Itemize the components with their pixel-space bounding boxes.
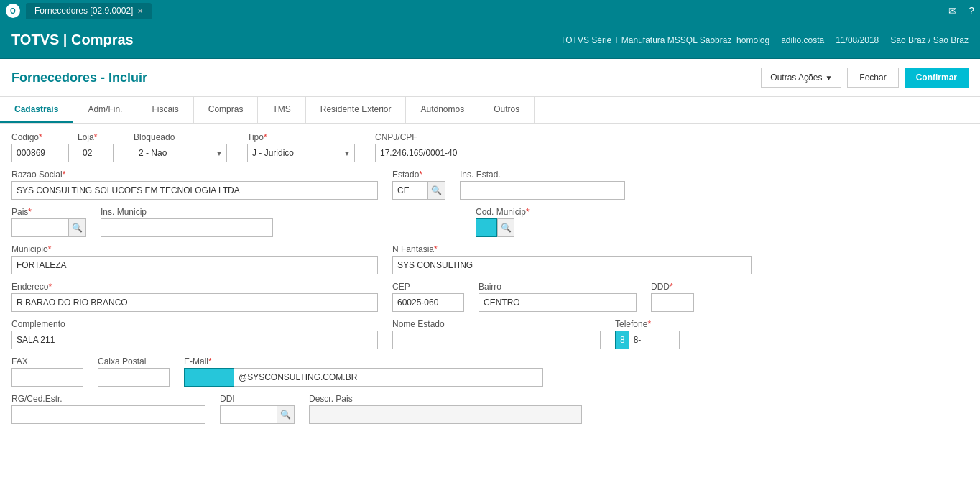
input-caixa-postal[interactable] [98, 368, 170, 387]
tab-compras-label: Compras [208, 104, 244, 114]
field-n-fantasia: N Fantasia* [392, 244, 752, 274]
label-email: E-Mail* [184, 356, 543, 366]
top-bar: O Fornecedores [02.9.0002] ✕ ✉ ? [0, 0, 980, 22]
pais-search-icon[interactable]: 🔍 [69, 218, 86, 237]
tab-residente-label: Residente Exterior [320, 104, 392, 114]
select-bloqueado-wrapper: 2 - Nao ▼ [134, 144, 227, 162]
estado-input-group: 🔍 [392, 181, 445, 200]
ddi-search-icon[interactable]: 🔍 [277, 405, 295, 424]
user-info: adilio.costa [781, 35, 824, 45]
field-ins-municip: Ins. Municip [101, 207, 273, 237]
location-info: Sao Braz / Sao Braz [890, 35, 969, 45]
field-tipo: Tipo* J - Juridico ▼ [247, 132, 355, 162]
form-row-7: FAX Caixa Postal E-Mail* [11, 356, 969, 387]
input-bairro[interactable] [479, 293, 637, 312]
label-nome-estado: Nome Estado [392, 319, 601, 329]
outras-acoes-arrow: ▼ [825, 74, 832, 82]
tab-compras[interactable]: Compras [194, 97, 259, 123]
page-header: Fornecedores - Incluir Outras Ações ▼ Fe… [0, 59, 980, 97]
label-tipo: Tipo* [247, 132, 355, 142]
tab-residente[interactable]: Residente Exterior [306, 97, 407, 123]
ddi-input-group: 🔍 [220, 405, 295, 424]
label-caixa-postal: Caixa Postal [98, 356, 170, 366]
label-razao: Razao Social* [11, 170, 378, 180]
input-cep[interactable] [392, 293, 464, 312]
outras-acoes-button[interactable]: Outras Ações ▼ [761, 68, 841, 88]
tab-cadastrais[interactable]: Cadastrais [0, 97, 73, 123]
input-loja[interactable] [78, 144, 114, 162]
label-n-fantasia: N Fantasia* [392, 244, 752, 254]
field-municipio: Municipio* [11, 244, 378, 274]
field-cep: CEP [392, 282, 464, 312]
input-ins-municip[interactable] [101, 218, 273, 237]
confirmar-label: Confirmar [916, 73, 957, 83]
input-ins-estad[interactable] [460, 181, 625, 200]
label-cnpj: CNPJ/CPF [375, 132, 504, 142]
label-ins-municip: Ins. Municip [101, 207, 273, 217]
label-cod-municip: Cod. Municip* [476, 207, 530, 217]
field-email: E-Mail* [184, 356, 543, 387]
field-cnpj: CNPJ/CPF [375, 132, 504, 162]
input-endereco[interactable] [11, 293, 378, 312]
input-municipio[interactable] [11, 256, 378, 274]
input-ddd[interactable] [651, 293, 694, 312]
input-telefone[interactable] [629, 331, 680, 349]
field-rg: RG/Ced.Estr. [11, 394, 205, 424]
input-pais[interactable] [11, 218, 69, 237]
form-row-3: Pais* 🔍 Ins. Municip Cod. Municip* 🔍 [11, 207, 969, 237]
field-pais: Pais* 🔍 [11, 207, 86, 237]
input-ddi[interactable] [220, 405, 277, 424]
input-rg[interactable] [11, 405, 205, 424]
fechar-label: Fechar [859, 73, 886, 83]
input-razao[interactable] [11, 181, 378, 200]
input-cnpj[interactable] [375, 144, 504, 162]
tab-label: Fornecedores [02.9.0002] [34, 6, 133, 16]
tab-tms-label: TMS [272, 104, 290, 114]
cod-municip-search-icon[interactable]: 🔍 [497, 218, 514, 237]
field-bairro: Bairro [479, 282, 637, 312]
help-icon[interactable]: ? [969, 5, 974, 17]
label-fax: FAX [11, 356, 83, 366]
tab-autonomos-label: Autônomos [420, 104, 464, 114]
confirmar-button[interactable]: Confirmar [905, 68, 969, 88]
outras-acoes-label: Outras Ações [770, 73, 822, 83]
app-header: TOTVS | Compras TOTVS Série T Manufatura… [0, 22, 980, 59]
label-endereco: Endereco* [11, 282, 378, 292]
page-title: Fornecedores - Incluir [11, 70, 147, 86]
field-razao: Razao Social* [11, 170, 378, 200]
mail-icon[interactable]: ✉ [948, 5, 957, 17]
form-row-6: Complemento Nome Estado Telefone* 8 [11, 319, 969, 349]
tab-adm-fin[interactable]: Adm/Fin. [73, 97, 137, 123]
input-n-fantasia[interactable] [392, 256, 752, 274]
estado-search-icon[interactable]: 🔍 [428, 181, 445, 200]
tab-fiscais[interactable]: Fiscais [137, 97, 193, 123]
field-endereco: Endereco* [11, 282, 378, 312]
input-codigo[interactable] [11, 144, 69, 162]
telefone-highlight: 8 [615, 331, 629, 349]
tab-cadastrais-label: Cadastrais [14, 104, 58, 114]
tab-outros-label: Outros [494, 104, 519, 114]
main-tab[interactable]: Fornecedores [02.9.0002] ✕ [26, 3, 152, 19]
form-row-2: Razao Social* Estado* 🔍 Ins. Estad. [11, 170, 969, 200]
form-row-4: Municipio* N Fantasia* [11, 244, 969, 274]
input-nome-estado[interactable] [392, 331, 601, 349]
input-email[interactable] [234, 368, 543, 387]
field-ddi: DDI 🔍 [220, 394, 295, 424]
input-estado[interactable] [392, 181, 428, 200]
input-complemento[interactable] [11, 331, 378, 349]
tabs-bar: Cadastrais Adm/Fin. Fiscais Compras TMS … [0, 97, 980, 124]
tab-outros[interactable]: Outros [479, 97, 535, 123]
label-descr-pais: Descr. Pais [309, 394, 582, 404]
fechar-button[interactable]: Fechar [847, 68, 898, 88]
label-cep: CEP [392, 282, 464, 292]
top-icons: ✉ ? [948, 5, 974, 17]
tab-close-icon[interactable]: ✕ [137, 7, 143, 15]
tab-tms[interactable]: TMS [258, 97, 305, 123]
select-bloqueado[interactable]: 2 - Nao [134, 144, 227, 162]
input-fax[interactable] [11, 368, 83, 387]
label-bloqueado: Bloqueado [134, 132, 227, 142]
cod-municip-color-box [476, 218, 497, 237]
label-complemento: Complemento [11, 319, 378, 329]
tab-autonomos[interactable]: Autônomos [406, 97, 479, 123]
select-tipo[interactable]: J - Juridico [247, 144, 355, 162]
